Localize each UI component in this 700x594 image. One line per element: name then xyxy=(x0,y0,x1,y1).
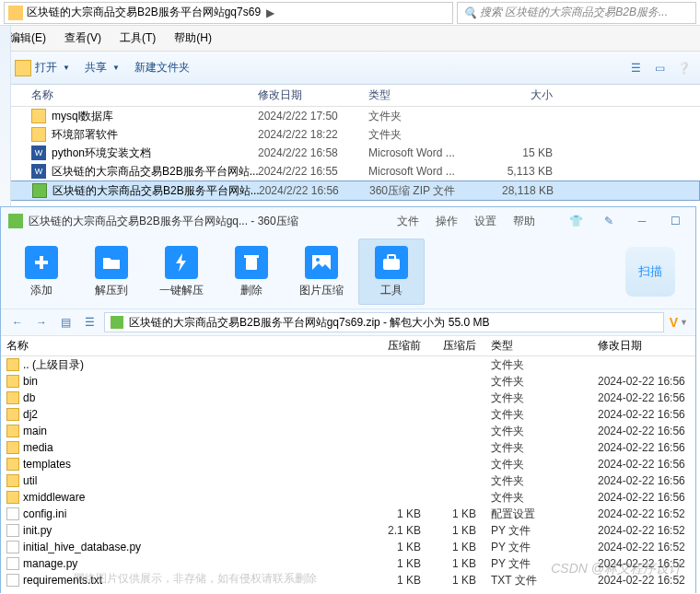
file-name: requirements.txt xyxy=(23,574,102,587)
svg-rect-7 xyxy=(388,255,395,260)
help-icon[interactable]: ❔ xyxy=(674,59,693,77)
file-type: Microsoft Word ... xyxy=(368,165,479,178)
zip-menu-operate[interactable]: 操作 xyxy=(436,214,458,229)
col-size[interactable]: 大小 xyxy=(479,87,571,103)
zip-file-row[interactable]: requirements.txt1 KB1 KBTXT 文件2024-02-22… xyxy=(1,572,695,588)
list-view-icon[interactable]: ▤ xyxy=(56,313,75,332)
preview-pane-icon[interactable]: ▭ xyxy=(650,59,669,77)
zip-file-row[interactable]: initial_hive_database.py1 KB1 KBPY 文件202… xyxy=(1,539,695,555)
zip-file-row[interactable]: config.ini1 KB1 KB配置设置2024-02-22 16:52 xyxy=(1,506,695,522)
file-size: 5,113 KB xyxy=(479,165,571,178)
zip-app-icon xyxy=(8,214,23,228)
col-date[interactable]: 修改日期 xyxy=(258,87,368,103)
delete-button[interactable]: 删除 xyxy=(218,239,285,305)
col-name[interactable]: 名称 xyxy=(0,87,258,103)
zip-file-row[interactable]: bin文件夹2024-02-22 16:56 xyxy=(1,373,695,390)
file-date: 2024-02-22 16:56 xyxy=(594,491,695,504)
size-before: 2.1 KB xyxy=(373,524,428,537)
folder-open-icon xyxy=(95,246,128,279)
svg-rect-3 xyxy=(244,255,259,258)
size-after: 1 KB xyxy=(428,524,484,537)
file-name: manage.py xyxy=(23,557,77,570)
menu-help[interactable]: 帮助(H) xyxy=(169,29,217,48)
oneclick-extract-button[interactable]: 一键解压 xyxy=(148,239,215,305)
zip-file-row[interactable]: .. (上级目录)文件夹 xyxy=(1,356,695,373)
file-row[interactable]: mysql数据库2024/2/22 17:50文件夹 xyxy=(0,107,700,125)
file-row[interactable]: Wpython环境安装文档2024/2/22 16:58Microsoft Wo… xyxy=(0,144,700,162)
file-type: 360压缩 ZIP 文件 xyxy=(369,183,480,199)
file-date: 2024-02-22 16:52 xyxy=(594,507,695,520)
svg-rect-2 xyxy=(246,258,257,270)
file-name: media xyxy=(23,441,53,454)
zip-file-row[interactable]: init.py2.1 KB1 KBPY 文件2024-02-22 16:52 xyxy=(1,522,695,539)
zcol-before[interactable]: 压缩前 xyxy=(373,338,428,354)
scan-button[interactable]: 扫描 xyxy=(625,247,675,297)
toolbox-icon xyxy=(375,246,408,279)
pic-compress-button[interactable]: 图片压缩 xyxy=(288,239,355,305)
word-icon: W xyxy=(31,164,46,179)
details-view-icon[interactable]: ☰ xyxy=(80,313,99,332)
zip-path-input[interactable]: 区块链的大宗商品交易B2B服务平台网站gq7s69.zip - 解包大小为 55… xyxy=(104,312,664,332)
skin-icon[interactable]: 👕 xyxy=(563,212,589,230)
view-options-icon[interactable]: ☰ xyxy=(626,59,645,77)
zip-file-row[interactable]: media文件夹2024-02-22 16:56 xyxy=(1,439,695,456)
file-type: TXT 文件 xyxy=(484,573,594,588)
share-button[interactable]: 共享 ▼ xyxy=(77,56,127,79)
file-size: 15 KB xyxy=(479,146,571,159)
open-button[interactable]: 打开 ▼ xyxy=(7,56,77,80)
file-name: 环境部署软件 xyxy=(52,127,118,143)
vip-badge[interactable]: V ▼ xyxy=(670,315,688,330)
tools-button[interactable]: 工具 xyxy=(358,239,425,305)
explorer-menubar: 编辑(E) 查看(V) 工具(T) 帮助(H) xyxy=(0,26,700,52)
file-row[interactable]: 区块链的大宗商品交易B2B服务平台网站...2024/2/22 16:56360… xyxy=(0,181,700,201)
file-name: util xyxy=(23,474,37,487)
file-icon xyxy=(6,541,19,553)
forward-button[interactable]: → xyxy=(32,313,51,332)
file-type: 文件夹 xyxy=(484,457,594,472)
trash-icon xyxy=(235,246,268,279)
maximize-button[interactable]: ☐ xyxy=(662,212,688,230)
chevron-right-icon[interactable]: ▶ xyxy=(261,6,280,19)
file-date: 2024-02-22 16:56 xyxy=(594,375,695,388)
zcol-type[interactable]: 类型 xyxy=(484,338,594,354)
svg-point-5 xyxy=(316,258,320,262)
file-row[interactable]: 环境部署软件2024/2/22 18:22文件夹 xyxy=(0,125,700,144)
file-row[interactable]: W区块链的大宗商品交易B2B服务平台网站...2024/2/22 16:55Mi… xyxy=(0,162,700,181)
zip-file-row[interactable]: db文件夹2024-02-22 16:56 xyxy=(1,390,695,406)
extract-button[interactable]: 解压到 xyxy=(78,239,145,305)
file-date: 2024-02-22 16:56 xyxy=(594,408,695,421)
col-type[interactable]: 类型 xyxy=(368,87,479,103)
minimize-button[interactable]: ─ xyxy=(629,212,655,230)
size-after: 1 KB xyxy=(428,541,484,553)
zip-menu-help[interactable]: 帮助 xyxy=(513,214,535,229)
search-input[interactable]: 🔍 搜索 区块链的大宗商品交易B2B服务... xyxy=(457,2,696,24)
lightning-icon xyxy=(165,246,198,279)
feedback-icon[interactable]: ✎ xyxy=(596,212,622,230)
breadcrumb[interactable]: 区块链的大宗商品交易B2B服务平台网站gq7s69 ▶ xyxy=(4,2,453,24)
zip-file-row[interactable]: templates文件夹2024-02-22 16:56 xyxy=(1,456,695,472)
word-icon: W xyxy=(31,146,46,160)
menu-view[interactable]: 查看(V) xyxy=(59,29,107,48)
caret-down-icon: ▼ xyxy=(680,318,688,327)
newfolder-button[interactable]: 新建文件夹 xyxy=(127,56,197,79)
zip-menu-settings[interactable]: 设置 xyxy=(474,214,496,229)
file-type: 文件夹 xyxy=(484,407,594,423)
open-icon xyxy=(15,60,31,76)
zip-file-row[interactable]: manage.py1 KB1 KBPY 文件2024-02-22 16:52 xyxy=(1,555,695,572)
zcol-date[interactable]: 修改日期 xyxy=(594,338,695,354)
search-placeholder: 搜索 区块链的大宗商品交易B2B服务... xyxy=(480,5,668,20)
zip-file-row[interactable]: xmiddleware文件夹2024-02-22 16:56 xyxy=(1,489,695,506)
zcol-name[interactable]: 名称 xyxy=(1,338,373,354)
zip-file-row[interactable]: main文件夹2024-02-22 16:56 xyxy=(1,423,695,439)
zip-file-row[interactable]: util文件夹2024-02-22 16:56 xyxy=(1,472,695,489)
file-date: 2024-02-22 16:56 xyxy=(594,391,695,404)
menu-tools[interactable]: 工具(T) xyxy=(114,29,161,48)
zip-titlebar[interactable]: 区块链的大宗商品交易B2B服务平台网站gq... - 360压缩 文件 操作 设… xyxy=(1,207,695,235)
file-name: .. (上级目录) xyxy=(23,357,84,373)
zip-menu-file[interactable]: 文件 xyxy=(397,214,419,229)
file-type: 文件夹 xyxy=(484,440,594,456)
back-button[interactable]: ← xyxy=(8,313,27,332)
zip-file-row[interactable]: dj2文件夹2024-02-22 16:56 xyxy=(1,406,695,423)
add-button[interactable]: 添加 xyxy=(8,239,75,305)
zcol-after[interactable]: 压缩后 xyxy=(428,338,484,354)
